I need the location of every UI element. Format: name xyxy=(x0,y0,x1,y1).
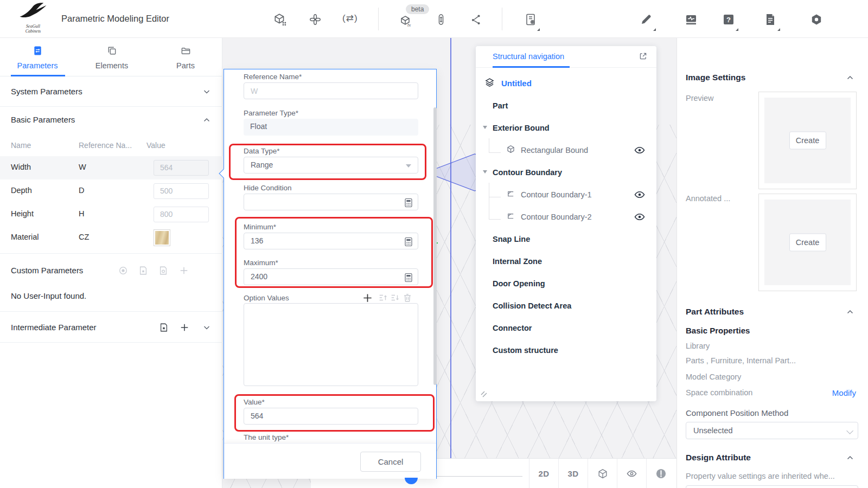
param-name: Material xyxy=(11,233,39,241)
dropdown-caret-icon[interactable] xyxy=(537,28,540,31)
panel-resize-handle-icon[interactable] xyxy=(480,390,488,398)
option-values-textarea[interactable] xyxy=(244,303,418,386)
system-parameters-header[interactable]: System Parameters xyxy=(11,87,82,96)
value-field[interactable]: 564 xyxy=(244,408,418,425)
tree-connector-line xyxy=(489,152,501,153)
add-option-icon[interactable] xyxy=(362,293,373,304)
maximum-value: 2400 xyxy=(251,272,267,281)
dialog-scrollbar[interactable] xyxy=(433,107,437,385)
knot-tool-icon[interactable] xyxy=(309,13,322,26)
tree-item-untitled[interactable]: Untitled xyxy=(476,72,656,94)
move-option-up-icon[interactable] xyxy=(378,293,388,304)
tree-item-door-opening[interactable]: Door Opening xyxy=(476,272,656,294)
dropdown-caret-icon[interactable] xyxy=(777,28,780,31)
tree-item-custom-structure[interactable]: Custom structure xyxy=(476,339,656,361)
edit-pencil-icon[interactable] xyxy=(640,13,653,26)
cube-fx-icon[interactable]: fx xyxy=(400,15,413,28)
minimum-field[interactable]: 136 xyxy=(244,233,418,249)
doc-star-icon[interactable] xyxy=(138,266,148,275)
basic-parameters-header[interactable]: Basic Parameters xyxy=(11,115,75,124)
formula-calculator-icon[interactable] xyxy=(404,236,413,246)
add-intermediate-icon[interactable] xyxy=(180,323,189,332)
help-icon[interactable]: ? xyxy=(722,13,735,26)
target-view-icon[interactable] xyxy=(118,266,128,275)
cube-view-button[interactable] xyxy=(588,459,617,488)
select-caret-icon xyxy=(406,164,411,168)
design-attribute-input[interactable] xyxy=(686,485,858,488)
warnings-button[interactable] xyxy=(646,459,675,488)
tree-item-snap-line[interactable]: Snap Line xyxy=(476,228,656,250)
tree-item-rectangular-bound[interactable]: Rectangular Bound xyxy=(476,139,656,161)
material-swatch[interactable] xyxy=(154,229,170,246)
chevron-up-icon[interactable] xyxy=(846,454,854,461)
visibility-button[interactable] xyxy=(617,459,646,488)
cancel-button[interactable]: Cancel xyxy=(360,452,421,472)
hide-condition-field[interactable] xyxy=(244,194,418,210)
create-annotated-button[interactable]: Create xyxy=(789,234,826,252)
tree-item-contour-boundary[interactable]: Contour Boundary xyxy=(476,161,656,183)
document-settings-icon[interactable] xyxy=(524,13,537,26)
reference-name-input[interactable] xyxy=(251,83,418,99)
component-position-select[interactable]: Unselected xyxy=(686,422,858,439)
tree-item-contour-boundary-1[interactable]: Contour Boundary-1 xyxy=(476,183,656,206)
chevron-down-icon[interactable] xyxy=(203,324,210,331)
option-values-label: Option Values xyxy=(244,294,289,302)
section-divider xyxy=(0,253,222,254)
view-2d-button[interactable]: 2D xyxy=(529,459,558,488)
tab-elements[interactable]: Elements xyxy=(85,46,139,70)
parameter-type-label: Parameter Type* xyxy=(244,109,298,117)
visibility-eye-icon[interactable] xyxy=(634,189,646,201)
formula-calculator-icon[interactable] xyxy=(404,272,413,282)
move-option-down-icon[interactable] xyxy=(390,293,400,304)
share-branch-icon[interactable] xyxy=(470,13,483,26)
expand-panel-icon[interactable] xyxy=(639,52,648,61)
component-library-icon[interactable] xyxy=(273,13,286,26)
table-row-width[interactable]: Width W 564 xyxy=(0,156,222,179)
settings-nut-icon[interactable] xyxy=(810,13,823,26)
tree-item-collision-detect-area[interactable]: Collision Detect Area xyxy=(476,294,656,317)
design-attribute-hint: Property value settings are inherited wh… xyxy=(686,472,835,480)
chevron-up-icon[interactable] xyxy=(203,116,210,124)
create-preview-button[interactable]: Create xyxy=(789,132,826,150)
height-value-input[interactable]: 800 xyxy=(154,207,209,222)
chevron-down-icon[interactable] xyxy=(203,88,210,95)
tree-item-connector[interactable]: Connector xyxy=(476,317,656,339)
tab-parameters[interactable]: Parameters xyxy=(10,46,65,70)
tree-item-exterior-bound[interactable]: Exterior Bound xyxy=(476,117,656,139)
chevron-up-icon[interactable] xyxy=(846,74,854,81)
maximum-field[interactable]: 2400 xyxy=(244,268,418,285)
chevron-up-icon[interactable] xyxy=(846,308,854,316)
tree-item-part[interactable]: Part xyxy=(476,94,656,117)
visibility-eye-icon[interactable] xyxy=(634,211,646,223)
tree-expand-caret-icon[interactable] xyxy=(483,170,487,174)
width-value-input[interactable]: 564 xyxy=(154,160,209,176)
modify-link[interactable]: Modify xyxy=(832,388,856,397)
swap-tool-icon[interactable]: (⇄) xyxy=(342,12,358,24)
reference-name-field[interactable] xyxy=(244,82,418,99)
dropdown-caret-icon[interactable] xyxy=(736,28,738,31)
structural-navigation-title[interactable]: Structural navigation xyxy=(493,52,564,61)
table-row-depth[interactable]: Depth D 500 xyxy=(0,179,222,203)
dimension-link-icon[interactable] xyxy=(435,13,448,26)
monitor-activity-icon[interactable] xyxy=(685,13,698,26)
param-reference: D xyxy=(79,186,84,195)
tree-item-contour-boundary-2[interactable]: Contour Boundary-2 xyxy=(476,206,656,228)
doc-star-icon[interactable] xyxy=(159,323,169,332)
table-row-height[interactable]: Height H 800 xyxy=(0,203,222,226)
document-list-icon[interactable] xyxy=(764,13,777,26)
cube-icon xyxy=(506,145,515,156)
view-3d-button[interactable]: 3D xyxy=(558,459,588,488)
dropdown-caret-icon[interactable] xyxy=(653,28,656,31)
depth-value-input[interactable]: 500 xyxy=(154,183,209,199)
param-name: Height xyxy=(11,209,34,218)
tree-item-internal-zone[interactable]: Internal Zone xyxy=(476,250,656,272)
data-type-select[interactable]: Range xyxy=(244,157,418,174)
formula-calculator-icon[interactable] xyxy=(404,197,413,207)
tree-expand-caret-icon[interactable] xyxy=(483,126,487,129)
table-row-material[interactable]: Material CZ xyxy=(0,226,222,251)
tab-parts[interactable]: Parts xyxy=(158,46,213,70)
delete-option-icon[interactable] xyxy=(403,293,412,304)
add-parameter-icon[interactable] xyxy=(179,266,189,275)
visibility-eye-icon[interactable] xyxy=(634,144,646,156)
doc-circle-icon[interactable] xyxy=(158,266,168,275)
